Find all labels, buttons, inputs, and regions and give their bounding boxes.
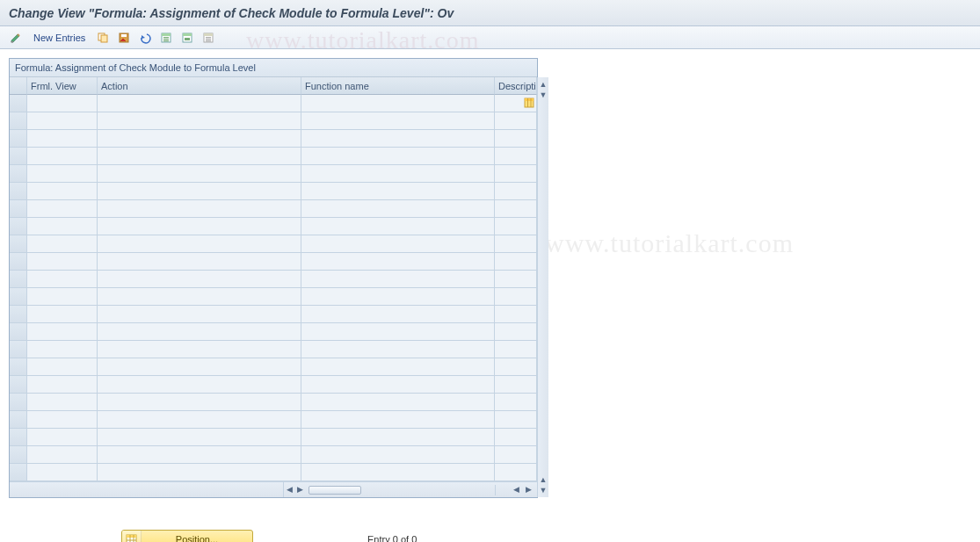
grid-cell[interactable] bbox=[301, 446, 495, 464]
row-selector[interactable] bbox=[10, 218, 27, 235]
row-selector[interactable] bbox=[10, 358, 27, 376]
grid-cell[interactable] bbox=[495, 112, 537, 130]
grid-cell[interactable] bbox=[27, 358, 98, 376]
col-function-name[interactable]: Function name bbox=[301, 77, 495, 95]
grid-cell[interactable] bbox=[98, 148, 301, 165]
row-selector[interactable] bbox=[10, 394, 27, 411]
grid-cell[interactable] bbox=[98, 306, 301, 323]
grid-cell[interactable] bbox=[27, 464, 98, 481]
grid-cell[interactable] bbox=[98, 235, 301, 253]
grid-cell[interactable] bbox=[301, 95, 495, 112]
grid-cell[interactable] bbox=[301, 341, 495, 358]
grid-cell[interactable] bbox=[27, 271, 98, 288]
row-selector[interactable] bbox=[10, 112, 27, 130]
grid-cell[interactable] bbox=[27, 218, 98, 235]
grid-cell[interactable] bbox=[495, 165, 537, 183]
copy-as-button[interactable] bbox=[94, 29, 112, 47]
grid-cell[interactable] bbox=[495, 341, 537, 358]
grid-cell[interactable] bbox=[495, 429, 537, 446]
grid-cell[interactable] bbox=[495, 130, 537, 148]
grid-cell[interactable] bbox=[27, 288, 98, 306]
grid-cell[interactable] bbox=[98, 253, 301, 271]
row-selector[interactable] bbox=[10, 446, 27, 464]
grid-cell[interactable] bbox=[495, 446, 537, 464]
grid-cell[interactable] bbox=[301, 464, 495, 481]
grid-cell[interactable] bbox=[27, 376, 98, 394]
grid-cell[interactable] bbox=[495, 235, 537, 253]
grid-cell[interactable] bbox=[495, 253, 537, 271]
new-entries-button[interactable]: New Entries bbox=[33, 33, 85, 43]
hscroll-right-arrow-2[interactable]: ▶ bbox=[523, 485, 534, 495]
grid-cell[interactable] bbox=[301, 200, 495, 218]
grid-cell[interactable] bbox=[98, 95, 301, 112]
row-selector[interactable] bbox=[10, 235, 27, 253]
vscroll-down-arrow[interactable]: ▼ bbox=[538, 90, 548, 100]
grid-cell[interactable] bbox=[495, 394, 537, 411]
row-selector[interactable] bbox=[10, 271, 27, 288]
grid-cell[interactable] bbox=[27, 148, 98, 165]
grid-cell[interactable] bbox=[98, 165, 301, 183]
grid-cell[interactable] bbox=[301, 148, 495, 165]
grid-cell[interactable] bbox=[301, 306, 495, 323]
grid-cell[interactable] bbox=[98, 271, 301, 288]
grid-cell[interactable] bbox=[301, 429, 495, 446]
row-selector[interactable] bbox=[10, 411, 27, 429]
row-selector[interactable] bbox=[10, 253, 27, 271]
grid-cell[interactable] bbox=[301, 411, 495, 429]
grid-cell[interactable] bbox=[301, 218, 495, 235]
grid-cell[interactable] bbox=[495, 271, 537, 288]
grid-cell[interactable] bbox=[27, 165, 98, 183]
grid-cell[interactable] bbox=[98, 218, 301, 235]
undo-button[interactable] bbox=[136, 29, 154, 47]
select-block-button[interactable] bbox=[178, 29, 196, 47]
grid-cell[interactable] bbox=[98, 323, 301, 341]
row-selector[interactable] bbox=[10, 464, 27, 481]
grid-cell[interactable] bbox=[495, 306, 537, 323]
grid-cell[interactable] bbox=[27, 130, 98, 148]
grid-cell[interactable] bbox=[495, 218, 537, 235]
grid-cell[interactable] bbox=[27, 429, 98, 446]
grid-cell[interactable] bbox=[98, 183, 301, 200]
grid-cell[interactable] bbox=[495, 323, 537, 341]
hscroll-right-arrow[interactable]: ▶ bbox=[294, 485, 305, 495]
row-selector[interactable] bbox=[10, 306, 27, 323]
grid-cell[interactable] bbox=[495, 376, 537, 394]
toggle-edit-button[interactable] bbox=[7, 29, 25, 47]
grid-cell[interactable] bbox=[98, 341, 301, 358]
data-grid[interactable]: Frml. View Action Function name Descript… bbox=[10, 77, 537, 481]
deselect-all-button[interactable] bbox=[200, 29, 217, 47]
delete-button[interactable] bbox=[115, 29, 133, 47]
grid-cell[interactable] bbox=[27, 411, 98, 429]
grid-cell[interactable] bbox=[27, 253, 98, 271]
grid-cell[interactable] bbox=[301, 235, 495, 253]
grid-cell[interactable] bbox=[27, 200, 98, 218]
row-selector[interactable] bbox=[10, 200, 27, 218]
hscroll-thumb[interactable] bbox=[309, 486, 361, 495]
col-rowselect[interactable] bbox=[10, 77, 27, 95]
grid-cell[interactable] bbox=[301, 271, 495, 288]
grid-cell[interactable] bbox=[495, 358, 537, 376]
row-selector[interactable] bbox=[10, 183, 27, 200]
grid-cell[interactable] bbox=[27, 183, 98, 200]
col-frml-view[interactable]: Frml. View bbox=[27, 77, 98, 95]
grid-cell[interactable] bbox=[495, 148, 537, 165]
row-selector[interactable] bbox=[10, 429, 27, 446]
grid-cell[interactable] bbox=[27, 112, 98, 130]
grid-cell[interactable] bbox=[301, 130, 495, 148]
row-selector[interactable] bbox=[10, 376, 27, 394]
grid-cell[interactable] bbox=[27, 95, 98, 112]
grid-cell[interactable] bbox=[301, 253, 495, 271]
grid-cell[interactable] bbox=[98, 446, 301, 464]
grid-cell[interactable] bbox=[495, 411, 537, 429]
grid-cell[interactable] bbox=[495, 288, 537, 306]
grid-cell[interactable] bbox=[301, 165, 495, 183]
hscroll-track[interactable] bbox=[305, 486, 495, 495]
grid-cell[interactable] bbox=[98, 130, 301, 148]
grid-cell[interactable] bbox=[98, 394, 301, 411]
row-selector[interactable] bbox=[10, 323, 27, 341]
grid-cell[interactable] bbox=[495, 464, 537, 481]
position-button[interactable]: Position... bbox=[121, 530, 253, 542]
vscroll-up-arrow[interactable]: ▲ bbox=[538, 79, 548, 90]
grid-cell[interactable] bbox=[301, 112, 495, 130]
grid-cell[interactable] bbox=[98, 200, 301, 218]
